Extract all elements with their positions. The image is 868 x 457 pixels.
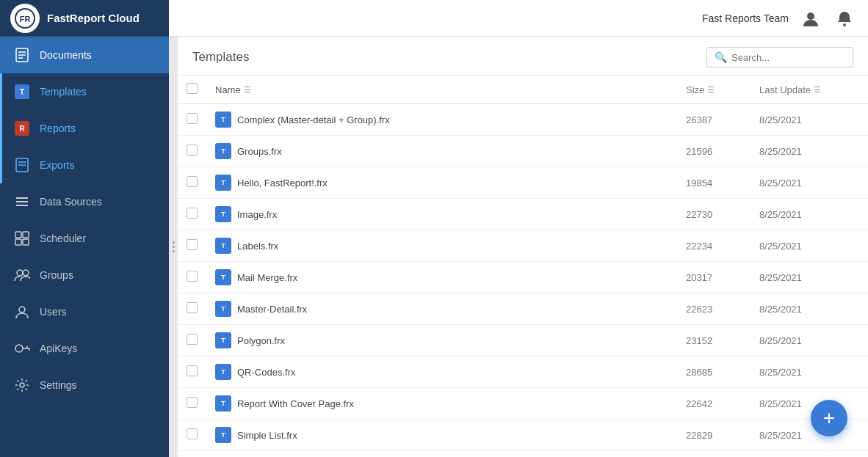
table-row[interactable]: TImage.frx227308/25/2021: [178, 199, 868, 230]
user-icon[interactable]: [799, 7, 822, 30]
sidebar-item-data-sources[interactable]: Data Sources: [0, 183, 169, 220]
col-date-label: Last Update: [759, 84, 811, 95]
checkbox-10[interactable]: [187, 428, 198, 439]
file-size-cell-10: 22829: [677, 420, 751, 451]
sidebar-item-label-scheduler: Scheduler: [40, 233, 86, 244]
sidebar-item-label-settings: Settings: [40, 379, 77, 391]
notification-icon[interactable]: [833, 7, 856, 30]
sidebar-item-apikeys[interactable]: ApiKeys: [0, 330, 169, 367]
checkbox-8[interactable]: [187, 365, 198, 376]
file-type-badge-4: T: [215, 238, 231, 254]
search-icon: 🔍: [715, 51, 727, 63]
table-row[interactable]: TSubreport.frx268148/25/2021: [178, 451, 868, 458]
table-row[interactable]: THello, FastReport!.frx198548/25/2021: [178, 167, 868, 199]
file-row-name-2: THello, FastReport!.frx: [215, 175, 668, 191]
file-name-cell-6: TMaster-Detail.frx: [206, 293, 677, 325]
name-filter-icon[interactable]: ☰: [244, 85, 251, 95]
add-fab-button[interactable]: +: [811, 400, 847, 436]
sidebar-item-documents[interactable]: Documents: [0, 37, 169, 73]
exports-nav-icon: [13, 156, 31, 174]
table-row[interactable]: TMail Merge.frx203178/25/2021: [178, 262, 868, 293]
file-name-0: Complex (Master-detail + Group).frx: [237, 114, 390, 125]
file-table: Name ☰ Size ☰: [178, 76, 868, 457]
row-checkbox-9: [178, 388, 206, 420]
checkbox-9[interactable]: [187, 397, 198, 408]
handle-dot-3: [173, 250, 175, 252]
svg-rect-15: [23, 239, 29, 245]
file-type-badge-1: T: [215, 143, 231, 159]
sidebar-item-label-groups: Groups: [40, 269, 73, 281]
svg-point-18: [19, 307, 25, 312]
table-row[interactable]: TQR-Codes.frx286858/25/2021: [178, 357, 868, 388]
sidebar-item-exports[interactable]: Exports: [0, 147, 169, 183]
file-row-name-6: TMaster-Detail.frx: [215, 301, 668, 317]
file-date-cell-11: 8/25/2021: [751, 451, 868, 458]
file-date-cell-9: 8/25/2021: [751, 388, 868, 420]
table-row[interactable]: TGroups.frx215968/25/2021: [178, 136, 868, 167]
table-row[interactable]: TSimple List.frx228298/25/2021: [178, 420, 868, 451]
row-checkbox-5: [178, 262, 206, 293]
table-row[interactable]: TMaster-Detail.frx226238/25/2021: [178, 293, 868, 325]
file-area: Templates 🔍: [178, 37, 868, 457]
search-input[interactable]: [731, 52, 845, 63]
sidebar-item-label-users: Users: [40, 306, 67, 318]
svg-point-25: [843, 23, 846, 26]
file-size-cell-0: 26387: [677, 104, 751, 136]
app-logo: FR FastReport Cloud: [0, 0, 169, 37]
file-name-cell-0: TComplex (Master-detail + Group).frx: [206, 104, 677, 136]
checkbox-4[interactable]: [187, 239, 198, 250]
row-checkbox-4: [178, 230, 206, 262]
checkbox-0[interactable]: [187, 113, 198, 124]
sidebar-item-reports[interactable]: RReports: [0, 110, 169, 147]
file-date-cell-10: 8/25/2021: [751, 420, 868, 451]
file-type-badge-10: T: [215, 427, 231, 443]
file-header: Templates 🔍: [178, 37, 868, 76]
row-checkbox-0: [178, 104, 206, 136]
sub-indicator: [0, 73, 2, 110]
table-row[interactable]: TReport With Cover Page.frx226428/25/202…: [178, 388, 868, 420]
sidebar-item-label-documents: Documents: [40, 49, 92, 61]
file-date-cell-0: 8/25/2021: [751, 104, 868, 136]
checkbox-3[interactable]: [187, 208, 198, 219]
file-date-cell-2: 8/25/2021: [751, 167, 868, 199]
data-sources-nav-icon: [13, 193, 31, 211]
sidebar-item-settings[interactable]: Settings: [0, 367, 169, 403]
team-name: Fast Reports Team: [702, 12, 789, 24]
handle-dot-1: [173, 241, 175, 244]
file-row-name-8: TQR-Codes.frx: [215, 364, 668, 380]
sidebar-item-users[interactable]: Users: [0, 293, 169, 330]
sidebar-item-templates[interactable]: TTemplates: [0, 73, 169, 110]
file-type-badge-6: T: [215, 301, 231, 317]
col-header-check: [178, 76, 206, 104]
expand-handle[interactable]: [169, 37, 178, 457]
size-filter-icon[interactable]: ☰: [707, 85, 715, 95]
checkbox-5[interactable]: [187, 271, 198, 282]
file-date-cell-6: 8/25/2021: [751, 293, 868, 325]
checkbox-2[interactable]: [187, 176, 198, 187]
sidebar-item-groups[interactable]: Groups: [0, 257, 169, 293]
table-row[interactable]: TComplex (Master-detail + Group).frx2638…: [178, 104, 868, 136]
file-size-cell-11: 26814: [677, 451, 751, 458]
file-name-7: Polygon.frx: [237, 335, 285, 346]
file-size-cell-7: 23152: [677, 325, 751, 357]
checkbox-7[interactable]: [187, 334, 198, 345]
sidebar-item-scheduler[interactable]: Scheduler: [0, 220, 169, 257]
main-area: Fast Reports Team Templates: [169, 0, 868, 457]
app-title: FastReport Cloud: [47, 12, 140, 24]
file-type-badge-3: T: [215, 206, 231, 222]
file-name-cell-5: TMail Merge.frx: [206, 262, 677, 293]
file-date-cell-8: 8/25/2021: [751, 357, 868, 388]
svg-rect-13: [23, 232, 29, 238]
select-all-checkbox[interactable]: [187, 83, 198, 94]
file-row-name-5: TMail Merge.frx: [215, 269, 668, 285]
table-row[interactable]: TPolygon.frx231528/25/2021: [178, 325, 868, 357]
date-filter-icon[interactable]: ☰: [814, 85, 821, 95]
sidebar-item-label-templates: Templates: [40, 86, 87, 98]
checkbox-1[interactable]: [187, 145, 198, 156]
checkbox-6[interactable]: [187, 302, 198, 313]
search-box: 🔍: [706, 47, 853, 67]
table-row[interactable]: TLabels.frx222348/25/2021: [178, 230, 868, 262]
file-name-cell-10: TSimple List.frx: [206, 420, 677, 451]
file-date-cell-4: 8/25/2021: [751, 230, 868, 262]
file-row-name-3: TImage.frx: [215, 206, 668, 222]
